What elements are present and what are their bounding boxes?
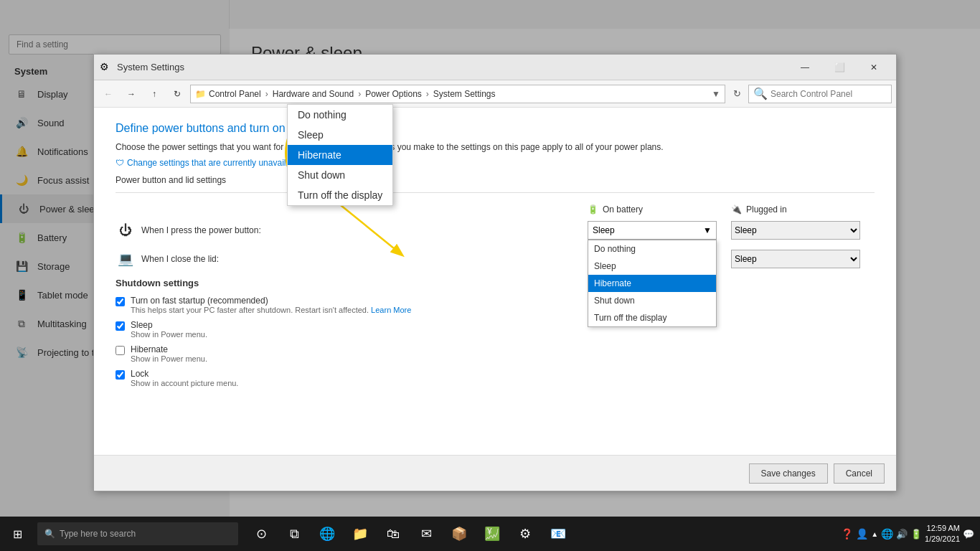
cancel-button[interactable]: Cancel xyxy=(834,463,885,484)
power-buttons-section-label: Power button and lid settings xyxy=(116,175,875,185)
dropdown-item-shutdown[interactable]: Shut down xyxy=(588,292,716,309)
breadcrumb-hardware[interactable]: Hardware and Sound xyxy=(273,89,354,99)
dialog-footer: Save changes Cancel xyxy=(94,455,896,491)
sleep-row: Sleep Show in Power menu. xyxy=(116,320,875,339)
taskbar-network-icon[interactable]: 🌐 xyxy=(881,528,893,540)
battery-dropdown-value: Sleep xyxy=(593,225,615,235)
power-button-icon: ⏻ xyxy=(116,220,136,240)
save-changes-button[interactable]: Save changes xyxy=(749,463,828,484)
dropdown-item-nothing[interactable]: Do nothing xyxy=(588,240,716,258)
taskbar-chevron-icon[interactable]: ▲ xyxy=(871,530,878,538)
taskbar-search[interactable]: 🔍 Type here to search xyxy=(37,522,238,545)
address-bar[interactable]: 📁 Control Panel › Hardware and Sound › P… xyxy=(190,85,725,103)
dialog-close-button[interactable]: ✕ xyxy=(857,57,890,77)
sleep-checkbox[interactable] xyxy=(116,321,125,331)
taskbar-app-settings[interactable]: ⚙ xyxy=(509,518,541,550)
shield-icon: 🛡 xyxy=(116,158,124,168)
fast-startup-row: Turn on fast startup (recommended) This … xyxy=(116,296,875,314)
taskbar-right: ❓ 👤 ▲ 🌐 🔊 🔋 12:59 AM 1/29/2021 💬 xyxy=(841,523,980,545)
clock-date: 1/29/2021 xyxy=(925,534,960,545)
power-row1-battery-dropdown: Sleep ▼ Do nothing Sleep Hibernate Shut … xyxy=(588,221,717,240)
taskbar-app-taskview[interactable]: ⧉ xyxy=(278,518,310,550)
dialog-title: System Settings xyxy=(117,62,788,72)
taskbar-help-icon[interactable]: ❓ xyxy=(841,528,853,540)
power-table-header: 🔋 On battery 🔌 Plugged in xyxy=(116,204,875,215)
content-title: Define power buttons and turn on passwor… xyxy=(116,122,875,135)
taskbar-app-mail[interactable]: ✉ xyxy=(410,518,442,550)
hibernate-checkbox[interactable] xyxy=(116,346,125,355)
dialog-addressbar: ← → ↑ ↻ 📁 Control Panel › Hardware and S… xyxy=(94,80,896,108)
address-refresh-button[interactable]: ↻ xyxy=(728,85,745,103)
taskbar-search-icon: 🔍 xyxy=(44,529,55,539)
search-box[interactable]: 🔍 xyxy=(748,85,892,103)
circle-item-turnoff[interactable]: Turn off the display xyxy=(288,185,392,205)
nav-forward-button[interactable]: → xyxy=(121,85,141,103)
nav-back-button[interactable]: ← xyxy=(98,85,118,103)
lock-sub: Show in account picture menu. xyxy=(131,379,238,387)
shield-link[interactable]: 🛡 Change settings that are currently una… xyxy=(116,158,875,168)
battery-dropdown-trigger[interactable]: Sleep ▼ xyxy=(588,221,717,240)
lock-label: Lock Show in account picture menu. xyxy=(131,369,238,387)
section-divider xyxy=(116,192,875,193)
dropdown-item-turnoff[interactable]: Turn off the display xyxy=(588,309,716,326)
nav-refresh-button[interactable]: ↻ xyxy=(167,85,187,103)
circle-popup-menu: Do nothing Sleep Hibernate Shut down Tur… xyxy=(287,104,393,206)
dialog-minimize-button[interactable]: — xyxy=(788,57,821,77)
nav-up-button[interactable]: ↑ xyxy=(144,85,164,103)
fast-startup-checkbox[interactable] xyxy=(116,297,125,306)
hibernate-main: Hibernate xyxy=(131,344,207,354)
dialog-maximize-button[interactable]: ⬜ xyxy=(823,57,856,77)
taskbar-app-amazon[interactable]: 📦 xyxy=(443,518,475,550)
taskbar-app-store[interactable]: 🛍 xyxy=(377,518,409,550)
taskbar-app-trade[interactable]: 💹 xyxy=(476,518,508,550)
taskbar-app-cortana[interactable]: ⊙ xyxy=(245,518,277,550)
lid-icon: 💻 xyxy=(116,249,136,269)
fast-startup-main: Turn on fast startup (recommended) xyxy=(131,296,411,306)
taskbar-app-edge[interactable]: 🌐 xyxy=(311,518,343,550)
dialog-window-controls: — ⬜ ✕ xyxy=(788,57,890,77)
taskbar-app-explorer[interactable]: 📁 xyxy=(344,518,376,550)
lock-checkbox[interactable] xyxy=(116,370,125,380)
col-battery-label: On battery xyxy=(603,204,643,215)
shutdown-title: Shutdown settings xyxy=(116,278,875,288)
dialog-content: Define power buttons and turn on passwor… xyxy=(94,108,896,455)
lock-main: Lock xyxy=(131,369,238,379)
content-desc: Choose the power settings that you want … xyxy=(116,141,875,154)
battery-col-icon: 🔋 xyxy=(588,204,598,215)
fast-startup-label: Turn on fast startup (recommended) This … xyxy=(131,296,411,314)
taskbar-volume-icon[interactable]: 🔊 xyxy=(896,529,908,540)
circle-item-nothing[interactable]: Do nothing xyxy=(288,105,392,125)
breadcrumb-power-options[interactable]: Power Options xyxy=(365,89,422,99)
taskbar-clock[interactable]: 12:59 AM 1/29/2021 xyxy=(925,523,960,545)
breadcrumb-current: System Settings xyxy=(433,89,496,99)
lid-plugged-dropdown: Sleep xyxy=(731,250,860,268)
col-plugged-in: 🔌 Plugged in xyxy=(731,204,875,215)
plugged-select[interactable]: Sleep xyxy=(731,221,860,240)
breadcrumb-control-panel[interactable]: Control Panel xyxy=(209,89,261,99)
circle-item-hibernate[interactable]: Hibernate xyxy=(288,145,392,165)
taskbar-app-outlook[interactable]: 📧 xyxy=(542,518,574,550)
search-input[interactable] xyxy=(771,89,887,99)
taskbar-person-icon[interactable]: 👤 xyxy=(856,528,868,540)
taskbar: ⊞ 🔍 Type here to search ⊙ ⧉ 🌐 📁 🛍 ✉ 📦 💹 … xyxy=(0,517,980,551)
battery-dropdown-arrow: ▼ xyxy=(703,225,712,235)
circle-item-sleep[interactable]: Sleep xyxy=(288,125,392,145)
search-icon: 🔍 xyxy=(753,87,768,100)
dropdown-item-sleep[interactable]: Sleep xyxy=(588,258,716,275)
col-on-battery: 🔋 On battery xyxy=(588,204,731,215)
lid-row: 💻 When I close the lid: Sleep xyxy=(116,249,875,269)
sleep-sub: Show in Power menu. xyxy=(131,330,207,339)
plugged-col-icon: 🔌 xyxy=(731,204,742,215)
start-button[interactable]: ⊞ xyxy=(0,517,34,551)
circle-item-shutdown[interactable]: Shut down xyxy=(288,165,392,185)
sleep-label: Sleep Show in Power menu. xyxy=(131,320,207,339)
hibernate-label: Hibernate Show in Power menu. xyxy=(131,344,207,363)
fast-startup-sub: This helps start your PC faster after sh… xyxy=(131,306,411,314)
taskbar-notification-icon[interactable]: 💬 xyxy=(963,529,974,540)
learn-more-link[interactable]: Learn More xyxy=(371,306,411,314)
dropdown-item-hibernate[interactable]: Hibernate xyxy=(588,275,716,292)
lid-plugged-select[interactable]: Sleep xyxy=(731,250,860,268)
hibernate-row: Hibernate Show in Power menu. xyxy=(116,344,875,363)
address-folder-icon: 📁 xyxy=(195,89,206,99)
taskbar-battery-icon[interactable]: 🔋 xyxy=(910,529,922,540)
